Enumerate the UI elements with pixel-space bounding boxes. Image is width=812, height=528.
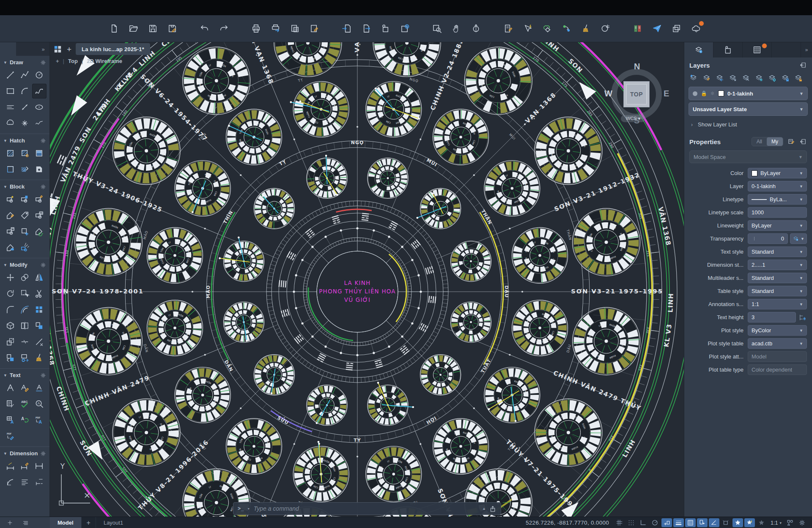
box-3d-tool-button[interactable] xyxy=(3,318,18,333)
move-tool-button[interactable] xyxy=(3,270,18,285)
new-file-button[interactable] xyxy=(107,22,121,36)
space-dropdown[interactable]: Model Space▼ xyxy=(689,150,807,163)
visual-style-control[interactable]: 2D Wireframe xyxy=(87,58,122,64)
save-as-button[interactable] xyxy=(165,22,179,36)
select-similar-tool-button[interactable] xyxy=(18,286,32,301)
copy-objects-tool-button[interactable] xyxy=(18,350,32,365)
create-block-tool-button[interactable] xyxy=(18,224,32,239)
field-multileader-s[interactable]: Standard▼ xyxy=(748,273,807,283)
field-lineweight[interactable]: ByLayer▼ xyxy=(748,220,807,231)
geolocation-button[interactable] xyxy=(540,22,554,36)
layer-off-button[interactable] xyxy=(766,73,777,83)
dim-style-tool-button[interactable] xyxy=(18,459,32,473)
attach-button[interactable] xyxy=(378,22,392,36)
table-text-tool-button[interactable]: A xyxy=(3,413,18,427)
plot-edit-button[interactable] xyxy=(307,22,321,36)
write-block-tool-button[interactable] xyxy=(3,224,18,239)
insert-block-tool-button[interactable] xyxy=(3,192,18,207)
tool-sets-overflow-button[interactable]: » xyxy=(37,42,49,56)
field-annotation-s[interactable]: 1:1▼ xyxy=(748,299,807,309)
trim-tool-button[interactable] xyxy=(32,286,47,301)
command-input[interactable] xyxy=(253,505,479,512)
tag-tool-button[interactable] xyxy=(18,208,32,223)
page-setup-button[interactable] xyxy=(288,22,302,36)
annotation-visibility-toggle[interactable] xyxy=(732,518,743,527)
transparency-display-toggle[interactable] xyxy=(685,518,696,527)
hatch-tool-button[interactable] xyxy=(3,146,18,161)
command-line[interactable]: >_ ▾ ▲ xyxy=(233,502,501,515)
orbit-button[interactable] xyxy=(469,22,483,36)
find-text-tool-button[interactable]: A xyxy=(32,397,47,411)
field-linetype[interactable]: ByLa...▼ xyxy=(748,194,807,205)
compass-drawing[interactable]: 3203303353453500515203035455060657580909… xyxy=(50,42,684,517)
viewcube-west[interactable]: W xyxy=(604,89,612,98)
add-panel-button[interactable] xyxy=(7,520,13,526)
layer-previous-button[interactable] xyxy=(714,73,725,83)
arc-tool-button[interactable] xyxy=(18,84,32,98)
slider-handle[interactable] xyxy=(754,237,754,241)
isometric-drafting-toggle[interactable] xyxy=(709,518,719,527)
tab-model[interactable]: Model xyxy=(50,517,81,528)
panel-undock-icon[interactable] xyxy=(799,138,807,145)
object-snap-toggle[interactable] xyxy=(721,518,731,527)
snap-mode-toggle[interactable] xyxy=(626,518,636,527)
tab-3d-tools[interactable] xyxy=(16,42,32,56)
array-tool-button[interactable] xyxy=(32,302,47,317)
show-layer-list[interactable]: ›Show Layer List xyxy=(684,118,812,132)
field-text-height[interactable]: 3 xyxy=(748,312,796,323)
quick-select-button[interactable] xyxy=(520,22,535,36)
dim-ordinate-tool-button[interactable] xyxy=(32,475,47,490)
print-button[interactable] xyxy=(249,22,263,36)
multiline-tool-button[interactable] xyxy=(3,100,18,115)
break-tool-button[interactable] xyxy=(18,334,32,349)
selection-cycling-toggle[interactable] xyxy=(697,518,708,527)
autoscale-annotations-toggle[interactable] xyxy=(744,518,755,527)
viewport-menu-button[interactable]: + xyxy=(56,58,59,64)
viewcube-top-face[interactable]: TOP xyxy=(623,81,650,107)
edit-attribute-tool-button[interactable] xyxy=(3,208,18,223)
measure-grow-tool-button[interactable] xyxy=(18,100,32,115)
hatch-edit-tool-button[interactable] xyxy=(18,146,32,161)
dim-list-tool-button[interactable] xyxy=(18,475,32,490)
sheet-sets-button[interactable] xyxy=(669,22,683,36)
filter-my[interactable]: My xyxy=(767,137,783,146)
tool-sets-button[interactable] xyxy=(501,22,515,36)
drawing-history-button[interactable] xyxy=(689,22,703,36)
fillet-tool-button[interactable] xyxy=(3,302,18,317)
annotation-scale-toggle[interactable] xyxy=(756,518,767,527)
new-drawing-tab-button[interactable]: + xyxy=(67,45,71,53)
ellipse-tool-button[interactable] xyxy=(32,100,47,115)
layer-freeze-button[interactable] xyxy=(753,73,764,83)
nested-copy-tool-button[interactable] xyxy=(32,318,47,333)
grid-display-toggle[interactable] xyxy=(614,518,625,527)
dim-baseline-tool-button[interactable] xyxy=(32,459,47,473)
annotation-scale-control[interactable]: 1:1▾ xyxy=(771,520,782,526)
pdf-import-tool-button[interactable]: PDFA xyxy=(32,413,47,427)
save-web-button[interactable] xyxy=(398,22,412,36)
layer-lock-button[interactable] xyxy=(779,73,790,83)
save-button[interactable] xyxy=(145,22,160,36)
attribute-display-tool-button[interactable] xyxy=(3,240,18,255)
section-header-text[interactable]: ▼Text xyxy=(3,370,47,380)
properties-edit-icon[interactable] xyxy=(787,138,795,145)
circle-tool-button[interactable] xyxy=(32,68,47,82)
tab-layout1[interactable]: Layout1 xyxy=(96,517,131,528)
layer-state-dropdown[interactable]: Unsaved Layer State▼ xyxy=(689,102,808,116)
text-tool-button[interactable] xyxy=(3,380,18,395)
freehand-tool-button[interactable] xyxy=(32,116,47,131)
command-history-caret[interactable]: ▾ xyxy=(248,507,250,511)
section-gear-icon[interactable] xyxy=(40,184,46,190)
polyline-tool-button[interactable] xyxy=(18,68,32,82)
field-text-style[interactable]: Standard▼ xyxy=(748,246,807,257)
palette-tabs-overflow[interactable]: » xyxy=(801,42,812,57)
field-plot-style[interactable]: ByColor▼ xyxy=(748,325,807,336)
tab-2d-tools[interactable] xyxy=(0,42,16,56)
revision-cloud-tool-button[interactable] xyxy=(3,116,18,131)
spell-check-tool-button[interactable]: ABC xyxy=(18,397,32,411)
section-gear-icon[interactable] xyxy=(40,60,46,66)
transparency-flyout[interactable]: i▼ xyxy=(790,233,807,244)
section-header-draw[interactable]: ▼Draw xyxy=(3,57,47,68)
filter-all[interactable]: All xyxy=(752,137,767,146)
tab-layers[interactable]: i xyxy=(684,42,713,57)
tab-count[interactable] xyxy=(743,42,772,57)
